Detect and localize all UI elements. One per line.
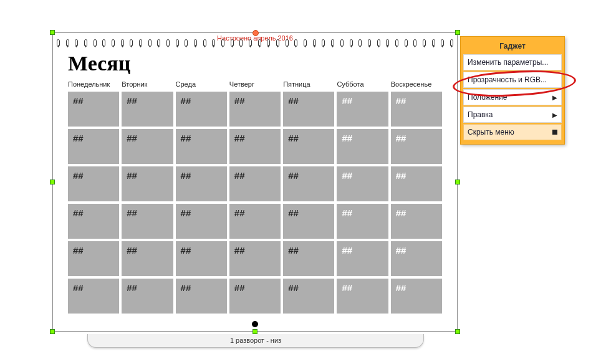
handle-bottom-mid[interactable] <box>252 329 257 334</box>
calendar-cell[interactable]: ## <box>176 92 227 127</box>
handle-bottom-right[interactable] <box>455 329 460 334</box>
handle-mid-right[interactable] <box>455 180 460 184</box>
binding-ring-icon <box>276 39 279 47</box>
calendar-cell[interactable]: ## <box>391 166 442 201</box>
calendar-cell[interactable]: ## <box>283 129 334 164</box>
handle-top-left[interactable] <box>50 30 55 35</box>
menu-item-position[interactable]: Положение ▶ <box>463 89 562 105</box>
calendar-cell[interactable]: ## <box>68 279 119 314</box>
calendar-cell[interactable]: ## <box>122 92 173 127</box>
binding-ring-icon <box>203 39 206 47</box>
calendar-canvas[interactable]: Настроено апрель 2016 Месяц Понедельник … <box>52 32 458 332</box>
calendar-cell[interactable]: ## <box>337 129 388 164</box>
binding-ring-icon <box>102 39 105 47</box>
calendar-cell[interactable]: ## <box>283 166 334 201</box>
binding-ring-icon <box>405 39 408 47</box>
menu-item-change-params[interactable]: Изменить параметры... <box>463 54 562 70</box>
calendar-cell[interactable]: ## <box>391 92 442 127</box>
calendar-cell[interactable]: ## <box>283 204 334 239</box>
menu-item-label: Прозрачность и RGB... <box>468 75 547 84</box>
binding-ring-icon <box>395 39 398 47</box>
calendar-cell[interactable]: ## <box>283 279 334 314</box>
binding-ring-icon <box>331 39 334 47</box>
calendar-cell[interactable]: ## <box>283 241 334 276</box>
menu-item-transparency-rgb[interactable]: Прозрачность и RGB... <box>463 72 562 88</box>
handle-bottom-left[interactable] <box>50 329 55 334</box>
binding-ring-icon <box>267 39 270 47</box>
submenu-arrow-icon: ▶ <box>552 94 557 101</box>
day-header: Воскресенье <box>391 80 442 88</box>
binding-ring-icon <box>194 39 197 47</box>
calendar-cell[interactable]: ## <box>68 129 119 164</box>
calendar-cell[interactable]: ## <box>229 166 281 201</box>
stop-icon <box>552 130 557 135</box>
submenu-arrow-icon: ▶ <box>552 112 557 118</box>
spiral-binding <box>57 39 453 48</box>
calendar-cell[interactable]: ## <box>122 129 173 164</box>
binding-ring-icon <box>185 39 188 47</box>
binding-ring-icon <box>121 39 124 47</box>
calendar-cell[interactable]: ## <box>122 279 173 314</box>
handle-top-right[interactable] <box>455 30 460 35</box>
binding-ring-icon <box>112 39 115 47</box>
calendar-cell[interactable]: ## <box>68 241 119 276</box>
binding-ring-icon <box>286 39 289 47</box>
calendar-cell[interactable]: ## <box>337 279 388 314</box>
month-title: Месяц <box>68 52 442 75</box>
handle-rotate[interactable] <box>252 30 259 36</box>
binding-ring-icon <box>221 39 224 47</box>
binding-ring-icon <box>322 39 325 47</box>
calendar-cell[interactable]: ## <box>337 166 388 201</box>
calendar-cell[interactable]: ## <box>337 204 388 239</box>
binding-ring-icon <box>66 39 69 47</box>
calendar-cell[interactable]: ## <box>176 204 227 239</box>
calendar-cell[interactable]: ## <box>122 241 173 276</box>
binding-ring-icon <box>350 39 353 47</box>
binding-ring-icon <box>94 39 97 47</box>
handle-mid-left[interactable] <box>50 180 55 184</box>
calendar-cell[interactable]: ## <box>229 92 281 127</box>
binding-ring-icon <box>249 39 252 47</box>
binding-ring-icon <box>166 39 170 47</box>
calendar-cell[interactable]: ## <box>122 204 173 239</box>
calendar-cell[interactable]: ## <box>229 279 281 314</box>
calendar-cell[interactable]: ## <box>229 204 281 239</box>
binding-ring-icon <box>148 39 152 47</box>
binding-ring-icon <box>57 39 60 47</box>
binding-ring-icon <box>450 39 453 47</box>
day-header: Вторник <box>122 80 173 88</box>
calendar-cell[interactable]: ## <box>229 241 281 276</box>
spread-label-tab[interactable]: 1 разворот - низ <box>87 334 424 348</box>
menu-item-label: Положение <box>468 93 507 102</box>
gadget-menu: Гаджет Изменить параметры... Прозрачност… <box>460 36 565 145</box>
day-header: Суббота <box>337 80 388 88</box>
day-headers-row: Понедельник Вторник Среда Четверг Пятниц… <box>68 80 442 88</box>
menu-item-hide-menu[interactable]: Скрыть меню <box>463 124 562 140</box>
calendar-cell[interactable]: ## <box>391 204 442 239</box>
calendar-cell[interactable]: ## <box>176 241 227 276</box>
calendar-cell[interactable]: ## <box>122 166 173 201</box>
center-hole-icon <box>252 321 258 327</box>
calendar-cell[interactable]: ## <box>391 241 442 276</box>
calendar-cell[interactable]: ## <box>68 166 119 201</box>
calendar-cell[interactable]: ## <box>229 129 281 164</box>
menu-item-label: Правка <box>468 110 493 119</box>
binding-ring-icon <box>139 39 142 47</box>
binding-ring-icon <box>377 39 380 47</box>
calendar-cell[interactable]: ## <box>68 204 119 239</box>
calendar-cell[interactable]: ## <box>337 92 388 127</box>
calendar-cell[interactable]: ## <box>176 129 227 164</box>
calendar-cell[interactable]: ## <box>391 279 442 314</box>
binding-ring-icon <box>176 39 179 47</box>
calendar-cell[interactable]: ## <box>68 92 119 127</box>
binding-ring-icon <box>368 39 371 47</box>
calendar-grid: ########################################… <box>68 92 442 314</box>
calendar-cell[interactable]: ## <box>391 129 442 164</box>
calendar-cell[interactable]: ## <box>176 166 227 201</box>
calendar-cell[interactable]: ## <box>337 241 388 276</box>
binding-ring-icon <box>313 39 316 47</box>
menu-item-edit[interactable]: Правка ▶ <box>463 107 562 123</box>
calendar-cell[interactable]: ## <box>176 279 227 314</box>
calendar-cell[interactable]: ## <box>283 92 334 127</box>
binding-ring-icon <box>130 39 133 47</box>
